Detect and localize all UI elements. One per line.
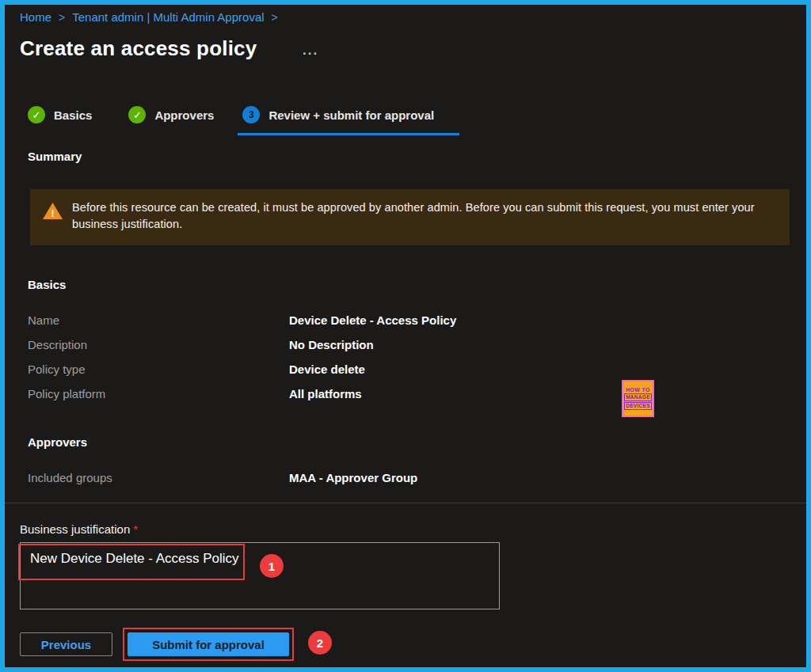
row-value-included-groups: MAA - Approver Group [289, 471, 417, 484]
annotation-badge-2: 2 [308, 631, 332, 655]
row-label-policy-platform: Policy platform [28, 387, 105, 401]
page-title: Create an access policy [20, 36, 257, 61]
basics-heading: Basics [28, 278, 66, 291]
active-tab-underline [238, 133, 459, 135]
tab-approvers-label: Approvers [154, 108, 214, 122]
footer-divider [5, 503, 806, 503]
row-label-included-groups: Included groups [28, 471, 112, 484]
breadcrumb: Home > Tenant admin | Multi Admin Approv… [20, 10, 278, 24]
previous-button[interactable]: Previous [20, 632, 112, 656]
row-label-description: Description [28, 338, 87, 351]
submit-for-approval-button[interactable]: Submit for approval [128, 632, 289, 656]
summary-heading: Summary [28, 150, 82, 163]
row-label-policy-type: Policy type [28, 363, 86, 376]
business-justification-label: Business justification* [20, 522, 138, 536]
required-asterisk: * [133, 522, 138, 536]
breadcrumb-tenant-admin[interactable]: Tenant admin | Multi Admin Approval [72, 10, 264, 24]
more-options-icon[interactable]: ... [303, 43, 318, 59]
check-icon: ✓ [128, 106, 146, 123]
warning-icon: ! [43, 203, 63, 219]
chevron-right-icon: > [272, 11, 278, 24]
row-value-description: No Description [289, 338, 374, 351]
tab-review-submit-label: Review + submit for approval [268, 108, 434, 122]
check-icon: ✓ [28, 106, 45, 123]
chevron-right-icon: > [59, 11, 65, 24]
step-3-icon: 3 [242, 106, 260, 123]
tab-approvers[interactable]: ✓ Approvers [128, 106, 214, 123]
htmd-logo-text: DEVICES [624, 402, 652, 410]
wizard-tabs: ✓ Basics ✓ Approvers 3 Review + submit f… [28, 106, 434, 123]
tab-review-submit[interactable]: 3 Review + submit for approval [242, 106, 434, 123]
warning-text: Before this resource can be created, it … [72, 199, 769, 233]
breadcrumb-home[interactable]: Home [20, 10, 51, 24]
row-value-policy-platform: All platforms [289, 387, 362, 401]
warning-banner: ! Before this resource can be created, i… [30, 189, 790, 245]
business-justification-input[interactable]: New Device Delete - Access Policy [20, 542, 500, 609]
tab-basics[interactable]: ✓ Basics [28, 106, 92, 123]
htmd-logo-text: MANAGE [624, 393, 652, 401]
approvers-heading: Approvers [28, 435, 87, 449]
tab-basics-label: Basics [54, 108, 92, 122]
row-value-policy-type: Device delete [289, 363, 365, 376]
portal-window: Home > Tenant admin | Multi Admin Approv… [0, 0, 811, 672]
row-value-name: Device Delete - Access Policy [289, 313, 456, 327]
htmd-logo: HOW TO MANAGE DEVICES [622, 380, 654, 417]
htmd-logo-text: HOW TO [626, 387, 649, 393]
row-label-name: Name [28, 313, 59, 327]
